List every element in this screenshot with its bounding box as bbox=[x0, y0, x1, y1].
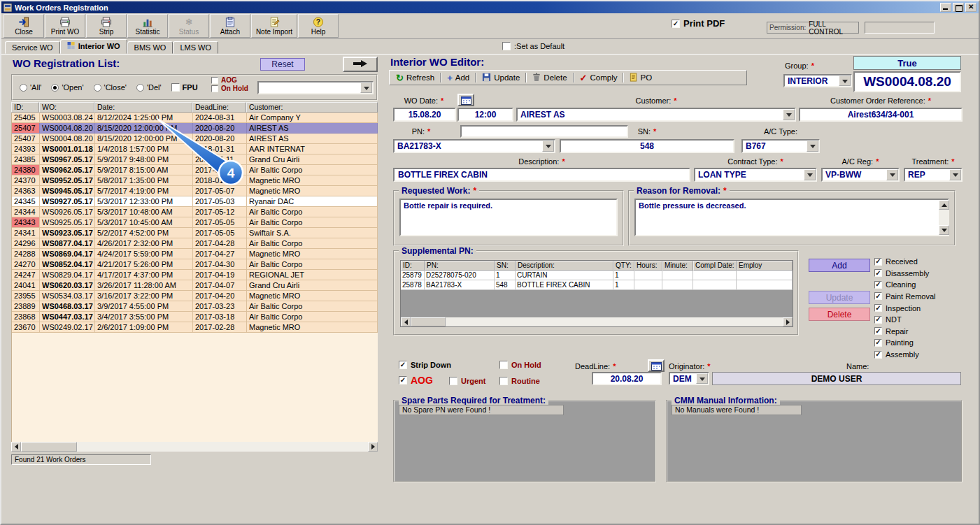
wo-date-calendar-button[interactable] bbox=[457, 94, 474, 106]
po-button[interactable]: PO bbox=[625, 71, 657, 84]
refresh-button[interactable]: ↻ Refresh bbox=[391, 71, 439, 84]
chevron-down-icon[interactable] bbox=[886, 169, 898, 180]
table-row[interactable]: 24296 WS0877.04.17 4/26/2017 2:32:00 PM … bbox=[12, 238, 378, 249]
scroll-down-button[interactable] bbox=[939, 225, 949, 235]
filter-fpu-checkbox[interactable] bbox=[171, 83, 180, 92]
column-header-wo[interactable]: WO: bbox=[39, 102, 94, 113]
stage-checkbox[interactable] bbox=[874, 327, 882, 335]
chevron-down-icon[interactable] bbox=[360, 82, 372, 93]
filter-dropdown[interactable] bbox=[257, 81, 374, 94]
table-row[interactable]: 24380 WS0962.05.17 5/9/2017 8:15:00 AM 2… bbox=[12, 165, 378, 175]
filter-on-hold-item[interactable]: On Hold bbox=[211, 85, 248, 92]
print-wo-button[interactable]: Print WO bbox=[45, 14, 85, 38]
set-as-default-checkbox[interactable] bbox=[502, 42, 511, 50]
supplemental-add-button[interactable]: Add bbox=[809, 259, 870, 272]
tab-lms-wo[interactable]: LMS WO bbox=[173, 41, 218, 54]
stage-checkbox[interactable] bbox=[874, 269, 882, 277]
originator-dropdown[interactable]: DEM bbox=[669, 372, 709, 385]
ac-reg-dropdown[interactable]: VP-BWW bbox=[821, 168, 900, 182]
chevron-down-icon[interactable] bbox=[949, 169, 961, 180]
list-horizontal-scrollbar[interactable] bbox=[11, 442, 378, 452]
table-row[interactable]: 23955 WS0534.03.17 3/16/2017 3:22:00 PM … bbox=[12, 291, 378, 301]
deadline-calendar-button[interactable] bbox=[648, 359, 665, 372]
treatment-dropdown[interactable]: REP bbox=[904, 168, 963, 182]
ac-type-dropdown[interactable]: B767 bbox=[741, 139, 820, 153]
tab-service-wo[interactable]: Service WO bbox=[5, 41, 60, 54]
filter-fpu-item[interactable]: FPU bbox=[171, 83, 198, 92]
print-pdf-option[interactable]: Print PDF bbox=[672, 18, 725, 29]
urgent-checkbox[interactable] bbox=[449, 377, 457, 385]
supplemental-table-row[interactable]: 25878 BA21783-X 548 BOTTLE FIREX CABIN 1 bbox=[401, 280, 793, 290]
chevron-down-icon[interactable] bbox=[696, 373, 708, 384]
delete-button[interactable]: Delete bbox=[527, 71, 571, 84]
filter-aog-item[interactable]: AOG bbox=[211, 76, 248, 84]
stage-checkbox-item[interactable]: Disassembly bbox=[874, 269, 936, 278]
supplemental-table-row[interactable]: 25879 D25278075-020 1 CURTAIN 1 bbox=[401, 271, 793, 280]
supp-col-id[interactable]: ID: bbox=[401, 261, 425, 271]
table-row[interactable]: 24345 WS0927.05.17 5/3/2017 12:33:00 PM … bbox=[12, 196, 378, 207]
stage-checkbox[interactable] bbox=[874, 316, 882, 324]
stage-checkbox-item[interactable]: Cleaning bbox=[874, 280, 936, 289]
table-row[interactable]: 24247 WS0829.04.17 4/17/2017 4:37:00 PM … bbox=[12, 270, 378, 280]
update-button[interactable]: Update bbox=[477, 71, 525, 84]
customer-order-ref-field[interactable]: Airest634/34-001 bbox=[799, 108, 963, 122]
supplemental-horizontal-scrollbar[interactable] bbox=[401, 317, 793, 326]
strip-down-checkbox[interactable] bbox=[399, 361, 407, 369]
scroll-track[interactable] bbox=[939, 210, 949, 225]
reset-button[interactable]: Reset bbox=[260, 58, 305, 71]
aog-option[interactable]: AOG bbox=[399, 375, 433, 386]
table-row[interactable]: 25405 WS0003.08.24 8/12/2024 1:25:00 PM … bbox=[12, 113, 378, 123]
routine-option[interactable]: Routine bbox=[499, 377, 540, 385]
wo-time-field[interactable]: 12:00 bbox=[457, 108, 513, 122]
stage-checkbox-item[interactable]: Inspection bbox=[874, 304, 936, 312]
stage-checkbox-item[interactable]: Received bbox=[874, 257, 936, 266]
urgent-option[interactable]: Urgent bbox=[449, 377, 485, 385]
filter-all-radio-item[interactable]: 'All' bbox=[20, 83, 41, 92]
filter-del-radio[interactable] bbox=[136, 84, 144, 92]
minimize-button[interactable] bbox=[940, 3, 951, 12]
filter-close-radio-item[interactable]: 'Close' bbox=[94, 83, 127, 92]
stage-checkbox-item[interactable]: Assembly bbox=[874, 350, 936, 359]
stage-checkbox-item[interactable]: Paint Removal bbox=[874, 292, 936, 301]
table-row[interactable]: 23868 WS0447.03.17 3/4/2017 3:55:00 PM 2… bbox=[12, 312, 378, 322]
on-hold-checkbox[interactable] bbox=[499, 361, 508, 369]
set-as-default-option[interactable]: :Set as Default bbox=[502, 42, 564, 50]
table-row[interactable]: 24344 WS0926.05.17 5/3/2017 10:48:00 AM … bbox=[12, 207, 378, 217]
scroll-left-button[interactable] bbox=[401, 317, 411, 326]
column-header-date[interactable]: Date: bbox=[94, 102, 192, 113]
strip-button[interactable]: Strip bbox=[86, 14, 127, 38]
deadline-field[interactable]: 20.08.20 bbox=[592, 372, 662, 385]
supp-col-hours[interactable]: Hours: bbox=[634, 261, 662, 271]
supp-col-sn[interactable]: SN: bbox=[495, 261, 516, 271]
close-window-button[interactable] bbox=[965, 3, 977, 12]
table-row[interactable]: 25407 WS0004.08.20 8/15/2020 12:00:00 PM… bbox=[12, 123, 378, 134]
stage-checkbox-item[interactable]: Repair bbox=[874, 327, 936, 336]
stage-checkbox-item[interactable]: Painting bbox=[874, 338, 936, 347]
strip-down-option[interactable]: Strip Down bbox=[399, 361, 451, 369]
scroll-track[interactable] bbox=[411, 317, 783, 326]
filter-aog-checkbox[interactable] bbox=[211, 77, 218, 84]
on-hold-option[interactable]: On Hold bbox=[499, 361, 541, 369]
column-header-deadline[interactable]: DeadLine: bbox=[192, 102, 246, 113]
sn-field[interactable]: 548 bbox=[560, 139, 734, 153]
scroll-thumb[interactable] bbox=[411, 317, 446, 326]
description-field[interactable]: BOTTLE FIREX CABIN bbox=[393, 168, 690, 182]
filter-open-radio[interactable] bbox=[51, 84, 59, 92]
supp-col-compl-date[interactable]: Compl Date: bbox=[693, 261, 737, 271]
requested-work-textarea[interactable]: Bottle repair is required. bbox=[399, 199, 618, 236]
table-row[interactable]: 24041 WS0620.03.17 3/26/2017 11:28:00 AM… bbox=[12, 280, 378, 291]
table-row[interactable]: 24288 WS0869.04.17 4/24/2017 5:59:00 PM … bbox=[12, 249, 378, 259]
print-pdf-checkbox[interactable] bbox=[672, 20, 680, 28]
supplemental-update-button[interactable]: Update bbox=[809, 291, 870, 304]
note-import-button[interactable]: Note Import bbox=[251, 14, 297, 38]
routine-checkbox[interactable] bbox=[499, 377, 508, 385]
filter-on-hold-checkbox[interactable] bbox=[211, 85, 218, 92]
filter-open-radio-item[interactable]: 'Open' bbox=[51, 83, 83, 92]
pn-dropdown[interactable]: BA21783-X bbox=[393, 139, 555, 153]
stage-checkbox[interactable] bbox=[874, 281, 882, 289]
supp-col-description[interactable]: Description: bbox=[516, 261, 613, 271]
scroll-left-button[interactable] bbox=[11, 442, 21, 452]
add-button[interactable]: + Add bbox=[442, 71, 474, 84]
aog-checkbox[interactable] bbox=[399, 376, 407, 384]
go-arrow-button[interactable] bbox=[343, 57, 378, 72]
